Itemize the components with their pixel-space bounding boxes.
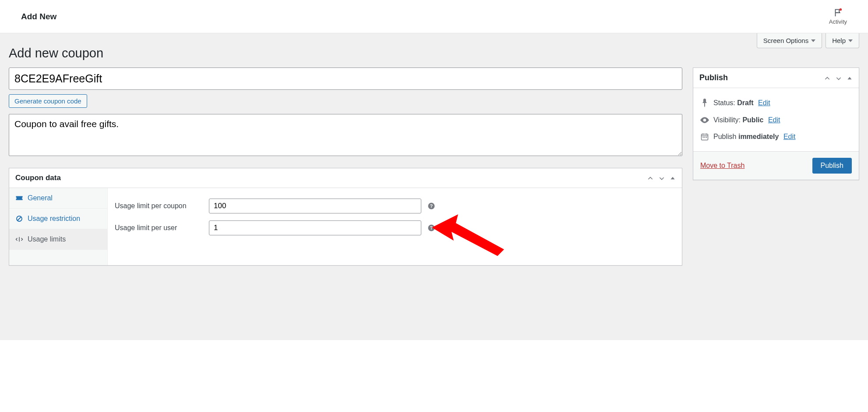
- publish-box: Publish Status: Draft Edit: [693, 67, 859, 180]
- move-down-icon[interactable]: [835, 74, 842, 82]
- activity-button[interactable]: Activity: [829, 8, 847, 25]
- ban-icon: [15, 215, 23, 223]
- move-down-icon[interactable]: [658, 174, 665, 181]
- svg-rect-12: [703, 137, 704, 138]
- publish-button[interactable]: Publish: [812, 158, 852, 174]
- move-up-icon[interactable]: [824, 74, 831, 82]
- eye-icon: [700, 117, 709, 123]
- help-tooltip-icon[interactable]: ?: [427, 224, 435, 232]
- tab-usage-restriction[interactable]: Usage restriction: [9, 209, 107, 229]
- publish-time-label: Publish: [713, 133, 736, 140]
- toggle-collapse-icon[interactable]: [670, 174, 676, 181]
- pin-icon: [700, 99, 709, 107]
- svg-rect-13: [704, 137, 705, 138]
- screen-options-button[interactable]: Screen Options: [757, 33, 822, 48]
- usage-limit-per-user-label: Usage limit per user: [115, 224, 209, 232]
- move-up-icon[interactable]: [647, 174, 654, 181]
- status-value: Draft: [737, 99, 753, 107]
- coupon-data-box: Coupon data General: [9, 168, 682, 266]
- edit-visibility-link[interactable]: Edit: [768, 116, 780, 124]
- tab-usage-restriction-label: Usage restriction: [28, 215, 80, 223]
- move-to-trash-link[interactable]: Move to Trash: [700, 162, 745, 170]
- activity-label: Activity: [829, 18, 847, 25]
- visibility-label: Visibility:: [713, 116, 741, 124]
- tab-general-label: General: [28, 194, 53, 202]
- svg-point-0: [840, 8, 842, 11]
- topbar-page-title: Add New: [21, 12, 56, 21]
- svg-text:?: ?: [430, 225, 433, 230]
- coupon-data-title: Coupon data: [15, 174, 61, 182]
- coupon-code-input[interactable]: [9, 67, 682, 90]
- generate-coupon-code-button[interactable]: Generate coupon code: [9, 94, 87, 108]
- caret-down-icon: [811, 39, 815, 42]
- publish-box-title: Publish: [699, 73, 728, 82]
- publish-time-value: immediately: [738, 133, 779, 140]
- help-label: Help: [832, 37, 846, 44]
- toggle-collapse-icon[interactable]: [847, 74, 853, 82]
- tab-usage-limits-label: Usage limits: [28, 235, 66, 243]
- calendar-icon: [700, 133, 709, 141]
- edit-status-link[interactable]: Edit: [758, 99, 770, 107]
- edit-publish-time-link[interactable]: Edit: [783, 133, 796, 140]
- arrows-horizontal-icon: [15, 236, 23, 242]
- caret-down-icon: [848, 39, 853, 42]
- coupon-description-textarea[interactable]: Coupon to avail free gifts.: [9, 114, 682, 156]
- svg-line-2: [18, 217, 21, 220]
- help-button[interactable]: Help: [826, 33, 859, 48]
- screen-options-label: Screen Options: [763, 37, 808, 44]
- page-heading: Add new coupon: [9, 46, 859, 60]
- usage-limit-per-coupon-input[interactable]: [209, 199, 421, 213]
- status-label: Status:: [713, 99, 735, 107]
- tab-general[interactable]: General: [9, 188, 107, 209]
- help-tooltip-icon[interactable]: ?: [427, 202, 435, 210]
- flag-icon: [833, 8, 843, 18]
- ticket-icon: [15, 195, 23, 201]
- svg-text:?: ?: [430, 203, 433, 208]
- svg-rect-14: [706, 137, 707, 138]
- usage-limit-per-user-input[interactable]: [209, 220, 421, 235]
- tab-usage-limits[interactable]: Usage limits: [9, 229, 107, 250]
- usage-limit-per-coupon-label: Usage limit per coupon: [115, 202, 209, 210]
- visibility-value: Public: [742, 116, 763, 124]
